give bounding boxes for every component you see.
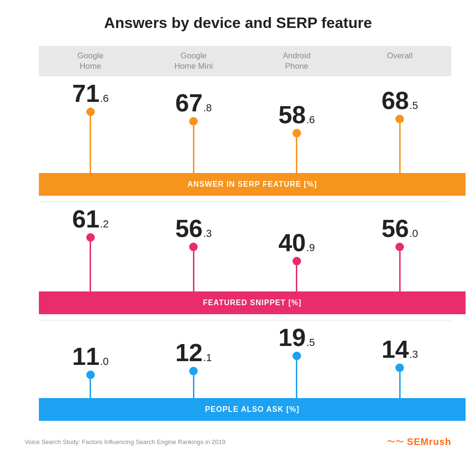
value-label-answer-in-serp-0: 71.6 [72,81,109,106]
stem-people-also-ask-0 [90,379,91,398]
dot-line-answer-in-serp-1 [142,117,246,173]
footer-text: Voice Search Study: Factors Influencing … [25,438,225,445]
logo-waves-icon: 〜〜 [387,436,404,447]
value-small-featured-snippet-3: .0 [409,227,418,240]
col-header-overall: Overall [348,46,452,76]
value-small-featured-snippet-0: .2 [100,218,109,230]
data-cell-answer-in-serp-1: 67.8 [142,91,246,173]
logo-text: SEMrush [407,436,451,447]
stem-people-also-ask-2 [296,360,297,398]
dot-people-also-ask-1 [189,367,198,375]
section-people-also-ask: 11.012.119.514.3PEOPLE ALSO ASK [%] [25,320,451,421]
value-large-people-also-ask-2: 19 [278,325,306,350]
data-row-answer-in-serp: 71.667.858.668.5 [39,81,451,173]
value-large-people-also-ask-3: 14 [382,337,409,362]
value-label-people-also-ask-2: 19.5 [278,325,315,350]
value-large-answer-in-serp-2: 58 [278,102,306,127]
dot-people-also-ask-3 [395,363,404,372]
value-small-people-also-ask-2: .5 [306,336,315,349]
dot-line-featured-snippet-2 [245,257,348,291]
value-label-featured-snippet-1: 56.3 [175,216,212,241]
dot-line-answer-in-serp-2 [245,129,348,173]
value-large-featured-snippet-3: 56 [382,216,409,241]
value-small-answer-in-serp-0: .6 [100,92,109,105]
stem-answer-in-serp-0 [90,116,91,173]
dot-featured-snippet-1 [189,243,198,251]
data-cell-people-also-ask-3: 14.3 [348,337,452,398]
data-cell-featured-snippet-1: 56.3 [142,216,246,291]
data-cell-answer-in-serp-2: 58.6 [245,102,348,173]
bar-label-people-also-ask: PEOPLE ALSO ASK [%] [205,405,299,414]
section-bar-answer-in-serp: ANSWER IN SERP FEATURE [%] [39,173,466,196]
value-label-answer-in-serp-2: 58.6 [278,102,315,127]
dot-line-people-also-ask-0 [39,371,142,398]
bar-label-answer-in-serp: ANSWER IN SERP FEATURE [%] [187,180,317,189]
data-cell-featured-snippet-3: 56.0 [348,216,452,291]
dot-line-featured-snippet-3 [348,243,452,291]
value-label-featured-snippet-0: 61.2 [72,207,109,231]
value-label-featured-snippet-2: 40.9 [278,230,315,255]
value-small-featured-snippet-1: .3 [203,227,211,240]
section-bar-featured-snippet: FEATURED SNIPPET [%] [39,291,466,314]
bar-label-featured-snippet: FEATURED SNIPPET [%] [203,299,302,307]
data-row-people-also-ask: 11.012.119.514.3 [39,325,451,398]
dot-featured-snippet-3 [395,243,404,251]
dot-answer-in-serp-3 [395,115,404,123]
dot-people-also-ask-2 [293,352,301,360]
section-answer-in-serp: 71.667.858.668.5ANSWER IN SERP FEATURE [… [25,76,451,202]
col-header-google-home: GoogleHome [39,46,142,76]
col-header-android-phone: AndroidPhone [245,46,348,76]
column-headers: GoogleHomeGoogleHome MiniAndroidPhoneOve… [39,46,451,76]
value-large-featured-snippet-2: 40 [278,230,306,255]
value-small-answer-in-serp-2: .6 [306,114,315,126]
value-label-people-also-ask-1: 12.1 [175,340,212,365]
data-cell-featured-snippet-2: 40.9 [245,230,348,291]
value-large-answer-in-serp-3: 68 [382,88,409,113]
dot-line-featured-snippet-0 [39,233,142,291]
value-small-answer-in-serp-1: .8 [203,102,211,114]
value-small-featured-snippet-2: .9 [306,242,315,254]
value-large-people-also-ask-1: 12 [175,340,203,365]
data-cell-people-also-ask-0: 11.0 [39,344,142,398]
footer: Voice Search Study: Factors Influencing … [6,430,470,453]
value-label-people-also-ask-3: 14.3 [382,337,418,362]
col-header-google-home-mini: GoogleHome Mini [142,46,246,76]
data-row-featured-snippet: 61.256.340.956.0 [39,207,451,291]
semrush-logo: 〜〜 SEMrush [387,436,451,447]
dot-answer-in-serp-0 [86,108,95,116]
value-large-answer-in-serp-1: 67 [175,91,203,115]
value-small-answer-in-serp-3: .5 [409,100,418,112]
dot-answer-in-serp-1 [189,117,198,126]
value-large-featured-snippet-0: 61 [72,207,100,231]
data-cell-people-also-ask-2: 19.5 [245,325,348,398]
section-bar-inner-people-also-ask: PEOPLE ALSO ASK [%] [39,398,466,421]
dot-featured-snippet-2 [293,257,301,265]
value-label-featured-snippet-3: 56.0 [382,216,418,241]
dot-line-people-also-ask-2 [245,352,348,398]
value-small-people-also-ask-3: .3 [409,348,418,361]
dot-answer-in-serp-2 [293,129,301,137]
dot-line-people-also-ask-1 [142,367,246,398]
section-bar-inner-featured-snippet: FEATURED SNIPPET [%] [39,291,466,314]
dot-line-answer-in-serp-3 [348,115,452,173]
stem-people-also-ask-1 [193,375,194,398]
value-small-people-also-ask-1: .1 [203,352,211,364]
section-featured-snippet: 61.256.340.956.0FEATURED SNIPPET [%] [25,202,451,320]
stem-featured-snippet-2 [296,265,297,291]
dot-line-answer-in-serp-0 [39,108,142,173]
stem-featured-snippet-3 [399,251,401,291]
data-cell-people-also-ask-1: 12.1 [142,340,246,398]
chart-title: Answers by device and SERP feature [25,14,451,32]
stem-answer-in-serp-2 [296,137,297,173]
section-bar-people-also-ask: PEOPLE ALSO ASK [%] [39,398,466,421]
dot-featured-snippet-0 [86,233,95,242]
value-large-people-also-ask-0: 11 [72,344,100,369]
dot-line-people-also-ask-3 [348,363,452,398]
value-large-answer-in-serp-0: 71 [72,81,100,106]
value-large-featured-snippet-1: 56 [175,216,203,241]
dot-people-also-ask-0 [86,371,95,379]
value-label-people-also-ask-0: 11.0 [72,344,109,369]
value-label-answer-in-serp-3: 68.5 [382,88,418,113]
stem-featured-snippet-0 [90,242,91,291]
data-cell-answer-in-serp-3: 68.5 [348,88,452,173]
